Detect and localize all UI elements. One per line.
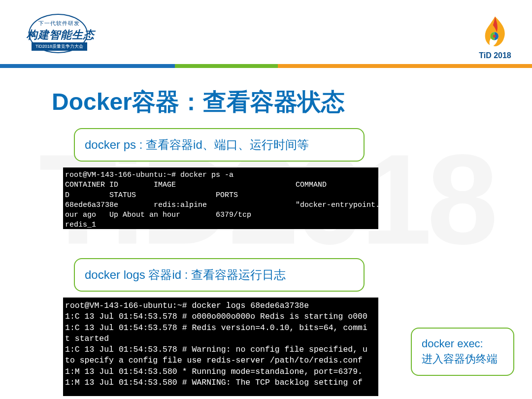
terminal-docker-ps: root@VM-143-166-ubuntu:~# docker ps -a C… [63,167,378,229]
callout-docker-logs: docker logs 容器id : 查看容器运行日志 [74,258,365,292]
event-logo: 下一代软件研发 构建智能生态 TiD2018质量竞争力大会 [24,14,98,56]
tid-logo: TiD 2018 [473,15,517,64]
slide-title: Docker容器：查看容器状态 [52,86,345,118]
callout-docker-exec: docker exec: 进入容器伪终端 [411,328,514,376]
logo-line1: 下一代软件研发 [38,20,80,27]
divider-bar [0,64,532,68]
terminal-docker-logs: root@VM-143-166-ubuntu:~# docker logs 68… [63,298,378,396]
flame-icon [478,15,512,49]
callout-docker-ps: docker ps : 查看容器id、端口、运行时间等 [74,128,365,162]
logo-line2: 构建智能生态 [27,28,95,42]
tid-label: TiD 2018 [473,51,517,60]
svg-point-1 [493,35,496,38]
logo-banner: TiD2018质量竞争力大会 [32,42,87,51]
